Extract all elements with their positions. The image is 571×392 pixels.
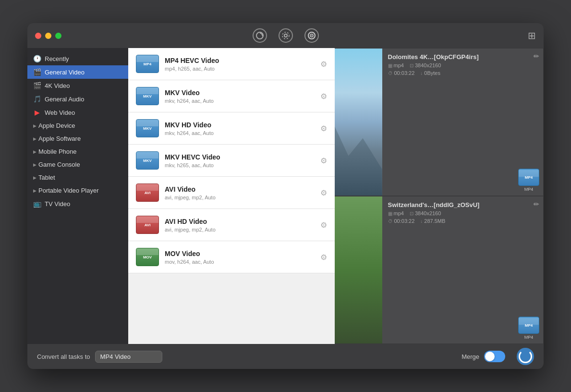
convert-icon bbox=[519, 350, 532, 363]
clock-icon-s: ⏱ bbox=[388, 219, 393, 224]
arrow-apple-software: ▶ bbox=[33, 136, 36, 141]
settings-icon[interactable] bbox=[279, 28, 293, 43]
toggle-knob bbox=[485, 352, 495, 361]
sidebar-label-4k: 4K Video bbox=[45, 82, 70, 89]
gear-icon-mkv-hd[interactable]: ⚙ bbox=[320, 124, 327, 133]
sidebar-label-apple-device: Apple Device bbox=[38, 122, 75, 129]
gear-icon-mkv[interactable]: ⚙ bbox=[320, 92, 327, 101]
format-item-mp4-hevc[interactable]: MP4 MP4 HEVC Video mp4, h265, aac, Auto … bbox=[128, 48, 335, 80]
sidebar-label-apple-software: Apple Software bbox=[38, 135, 81, 142]
merge-section: Merge bbox=[462, 348, 534, 365]
sidebar-item-general-video[interactable]: 🎬 General Video bbox=[27, 65, 128, 79]
gear-icon-avi-hd[interactable]: ⚙ bbox=[320, 220, 327, 230]
format-item-avi-hd[interactable]: AVI AVI HD Video avi, mjpeg, mp2, Auto ⚙ bbox=[128, 209, 335, 241]
resolution-value-s: 3840x2160 bbox=[415, 210, 441, 216]
category-dropdown: 🕐 Recently 🎬 General Video 🎬 4K Video 🎵 … bbox=[27, 48, 128, 344]
gear-icon-mkv-hevc[interactable]: ⚙ bbox=[320, 156, 327, 165]
video-meta2-switzerland: ⏱ 00:03:22 ↓ 287.5MB bbox=[388, 218, 538, 224]
resolution-meta-s: ⊡ 3840x2160 bbox=[410, 210, 441, 216]
sidebar-item-tv-video[interactable]: 📺 TV Video bbox=[27, 197, 128, 210]
sidebar-item-game-console[interactable]: ▶ Game Console bbox=[27, 158, 128, 171]
format-item-mov[interactable]: MOV MOV Video mov, h264, aac, Auto ⚙ bbox=[128, 241, 335, 273]
sidebar-label-web: Web Video bbox=[45, 109, 75, 116]
video-title-dolomites: Dolomites 4K…[OkpCFGP4irs] bbox=[388, 53, 538, 61]
video-meta-dolomites: ▦ mp4 ⊡ 3840x2160 bbox=[388, 62, 538, 68]
sidebar-label-game: Game Console bbox=[38, 161, 80, 168]
size-meta-d: ↓ 0Bytes bbox=[420, 70, 440, 76]
merge-label: Merge bbox=[462, 353, 479, 360]
video-meta2-dolomites: ⏱ 00:03:22 ↓ 0Bytes bbox=[388, 70, 538, 76]
4k-icon: 🎬 bbox=[33, 82, 41, 89]
titlebar-right: ⊞ bbox=[528, 30, 536, 41]
format-item-mkv-hd[interactable]: MKV MKV HD Video mkv, h264, aac, Auto ⚙ bbox=[128, 112, 335, 145]
format-icon-label-mkv: MKV bbox=[143, 94, 152, 98]
video-meta-switzerland: ▦ mp4 ⊡ 3840x2160 bbox=[388, 210, 538, 216]
size-value-s: 287.5MB bbox=[424, 218, 445, 224]
bottom-bar: Convert all tasks to MP4 Video Merge bbox=[27, 344, 544, 369]
sidebar-item-mobile-phone[interactable]: ▶ Mobile Phone bbox=[27, 145, 128, 158]
sidebar-item-portable-video[interactable]: ▶ Portable Video Player bbox=[27, 184, 128, 197]
rotate-icon[interactable] bbox=[253, 28, 267, 43]
merge-toggle[interactable] bbox=[484, 351, 505, 362]
format-item-avi[interactable]: AVI AVI Video avi, mjpeg, mp2, Auto ⚙ bbox=[128, 177, 335, 209]
sidebar-item-general-audio[interactable]: 🎵 General Audio bbox=[27, 92, 128, 106]
format-info-mkv-hevc: MKV HEVC Video mkv, h265, aac, Auto bbox=[165, 153, 320, 168]
sidebar-item-apple-device[interactable]: ▶ Apple Device bbox=[27, 119, 128, 132]
edit-icon-dolomites[interactable]: ✏ bbox=[534, 52, 539, 60]
svg-point-2 bbox=[284, 34, 287, 37]
format-panel: MP4 MP4 HEVC Video mp4, h265, aac, Auto … bbox=[128, 48, 335, 344]
format-name-avi: AVI Video bbox=[165, 185, 320, 193]
size-meta-s: ↓ 287.5MB bbox=[420, 218, 445, 224]
size-value-d: 0Bytes bbox=[424, 70, 440, 76]
gear-icon-avi[interactable]: ⚙ bbox=[320, 188, 327, 197]
format-icon-mov: MOV bbox=[136, 248, 159, 266]
format-value-s: mp4 bbox=[394, 210, 404, 216]
format-icon-mkv-hd: MKV bbox=[136, 119, 159, 137]
format-item-mkv[interactable]: MKV MKV Video mkv, h264, aac, Auto ⚙ bbox=[128, 80, 335, 112]
format-codecs-avi: avi, mjpeg, mp2, Auto bbox=[165, 195, 320, 200]
resolution-meta-d: ⊡ 3840x2160 bbox=[410, 62, 441, 68]
format-icon-label-mov: MOV bbox=[143, 255, 152, 259]
format-name-avi-hd: AVI HD Video bbox=[165, 218, 320, 225]
close-button[interactable] bbox=[35, 33, 41, 39]
format-info-avi-hd: AVI HD Video avi, mjpeg, mp2, Auto bbox=[165, 218, 320, 233]
minimize-button[interactable] bbox=[45, 33, 51, 39]
format-codecs-mkv-hd: mkv, h264, aac, Auto bbox=[165, 130, 320, 136]
badge-icon-dolomites: MP4 bbox=[518, 169, 539, 186]
titlebar-icons bbox=[253, 28, 319, 43]
sidebar-label-recently: Recently bbox=[45, 55, 69, 62]
svg-point-3 bbox=[282, 32, 289, 39]
traffic-lights bbox=[35, 33, 61, 39]
grid-layout-icon[interactable]: ⊞ bbox=[528, 30, 536, 41]
resolution-icon-d: ⊡ bbox=[410, 63, 413, 68]
sidebar-item-4k-video[interactable]: 🎬 4K Video bbox=[27, 79, 128, 92]
format-name-mov: MOV Video bbox=[165, 250, 320, 257]
duration-value-d: 00:03:22 bbox=[394, 70, 415, 76]
svg-point-6 bbox=[311, 35, 312, 36]
format-item-mkv-hevc[interactable]: MKV MKV HEVC Video mkv, h265, aac, Auto … bbox=[128, 145, 335, 177]
format-icon-label-avihd: AVI bbox=[145, 223, 151, 227]
format-codecs-mov: mov, h264, aac, Auto bbox=[165, 259, 320, 265]
convert-label: Convert all tasks to bbox=[37, 353, 90, 360]
format-name-mkv-hevc: MKV HEVC Video bbox=[165, 153, 320, 161]
app-window: ⊞ Dua Lipa — Lo…[BC19kwABFwc] ▦ mp4 bbox=[27, 23, 544, 369]
convert-button[interactable] bbox=[517, 348, 534, 365]
gear-icon-mp4-hevc[interactable]: ⚙ bbox=[320, 60, 327, 69]
duration-meta-s: ⏱ 00:03:22 bbox=[388, 218, 415, 224]
disc-icon[interactable] bbox=[304, 28, 319, 43]
sidebar-item-recently[interactable]: 🕐 Recently bbox=[27, 52, 128, 65]
sidebar-item-web-video[interactable]: ▶ Web Video bbox=[27, 106, 128, 119]
arrow-game: ▶ bbox=[33, 162, 36, 167]
maximize-button[interactable] bbox=[55, 33, 61, 39]
format-codecs-mkv: mkv, h264, aac, Auto bbox=[165, 98, 320, 104]
format-meta-d: ▦ mp4 bbox=[388, 62, 404, 68]
sidebar-item-apple-software[interactable]: ▶ Apple Software bbox=[27, 132, 128, 145]
edit-icon-switzerland[interactable]: ✏ bbox=[534, 200, 539, 208]
format-meta-s: ▦ mp4 bbox=[388, 210, 404, 216]
gear-icon-mov[interactable]: ⚙ bbox=[320, 253, 327, 262]
arrow-mobile: ▶ bbox=[33, 149, 36, 154]
sidebar-item-tablet[interactable]: ▶ Tablet bbox=[27, 171, 128, 184]
format-select[interactable]: MP4 Video bbox=[95, 351, 162, 363]
format-badge-dolomites: MP4 MP4 bbox=[518, 169, 539, 192]
format-badge-switzerland: MP4 MP4 bbox=[518, 317, 539, 340]
